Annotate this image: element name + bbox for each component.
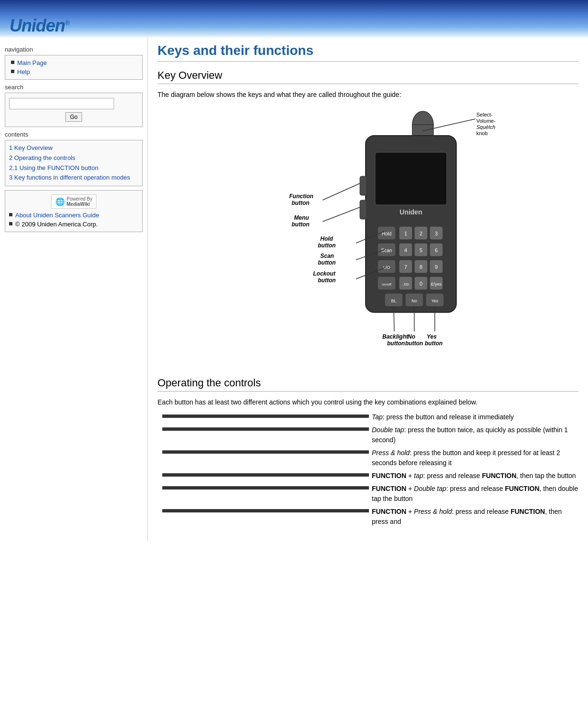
svg-text:Backlight: Backlight <box>382 333 409 340</box>
svg-text:No: No <box>408 333 415 340</box>
svg-text:Function: Function <box>289 193 314 200</box>
svg-text:Select-: Select- <box>476 112 493 117</box>
list-item-tap: Tap: press the button and release it imm… <box>162 412 578 422</box>
list-item-double-tap: Double tap: press the button twice, as q… <box>162 425 578 445</box>
section-key-overview-title: Key Overview <box>158 69 578 84</box>
svg-line-50 <box>323 183 360 200</box>
svg-text:button: button <box>318 242 336 249</box>
nav-link-main-page[interactable]: Main Page <box>17 59 47 66</box>
list-item-function-press-hold: FUNCTION + Press & hold: press and relea… <box>162 507 578 527</box>
svg-rect-3 <box>375 152 447 205</box>
footer-link-about[interactable]: About Uniden Scanners Guide <box>15 212 99 219</box>
svg-text:Hold: Hold <box>320 235 333 242</box>
list-item-function-tap-text: FUNCTION + tap: press and release FUNCTI… <box>372 471 578 481</box>
logo-text: Uniden <box>10 16 65 35</box>
navigation-title: navigation <box>5 46 143 53</box>
search-box: Go <box>5 93 143 127</box>
nav-link-help[interactable]: Help <box>17 68 30 75</box>
contents-box: 1 Key Overview 2 Operating the controls … <box>5 140 143 186</box>
svg-text:button: button <box>318 259 336 266</box>
list-item-press-hold-text: Press & hold: press the button and keep … <box>372 448 578 468</box>
svg-text:2: 2 <box>420 231 422 236</box>
navigation-box: Main Page Help <box>5 55 143 80</box>
svg-text:No: No <box>411 298 417 303</box>
footer-item-copyright: © 2009 Uniden America Corp. <box>9 221 138 228</box>
list-item-press-hold: Press & hold: press the button and keep … <box>162 448 578 468</box>
page-title: Keys and their functions <box>158 43 578 62</box>
svg-text:Scan: Scan <box>320 253 334 259</box>
controls-list: Tap: press the button and release it imm… <box>158 412 578 527</box>
svg-text:on/off: on/off <box>382 282 392 287</box>
svg-text:4: 4 <box>404 247 407 253</box>
bullet-icon <box>11 70 14 73</box>
svg-text:Volume-: Volume- <box>476 118 496 124</box>
list-item-function-tap: FUNCTION + tap: press and release FUNCTI… <box>162 471 578 481</box>
bullet-icon <box>162 509 369 512</box>
device-diagram: Uniden Hold 1 2 3 Scan 4 5 6 <box>158 105 578 372</box>
main-layout: navigation Main Page Help search Go c <box>0 38 588 541</box>
uniden-logo: Uniden® <box>10 16 69 36</box>
svg-line-65 <box>394 307 394 331</box>
bullet-icon <box>162 415 369 418</box>
svg-rect-44 <box>360 200 367 219</box>
svg-text:button: button <box>405 340 423 347</box>
svg-text:7: 7 <box>404 264 407 270</box>
svg-text:button: button <box>292 221 309 228</box>
svg-text:Squélch: Squélch <box>476 124 495 130</box>
search-go-button[interactable]: Go <box>65 112 82 122</box>
svg-text:button: button <box>318 277 336 284</box>
svg-rect-43 <box>360 176 367 195</box>
toc-item-3[interactable]: 3 Key functions in different operation m… <box>9 173 138 183</box>
mediawiki-badge: 🌐 Powered ByMediaWiki <box>51 194 97 209</box>
search-title: search <box>5 84 143 91</box>
svg-text:button: button <box>292 200 309 206</box>
device-svg: Uniden Hold 1 2 3 Scan 4 5 6 <box>218 105 518 372</box>
toc-item-2[interactable]: 2 Operating the controls <box>9 153 138 163</box>
svg-text:Yes: Yes <box>431 298 439 303</box>
nav-item-main-page: Main Page <box>11 58 138 67</box>
svg-text:button: button <box>387 340 405 347</box>
bullet-icon <box>11 61 14 64</box>
svg-text:Menu: Menu <box>294 214 309 221</box>
svg-text:5: 5 <box>420 247 422 253</box>
svg-text:9: 9 <box>435 264 438 270</box>
powered-by-label: Powered ByMediaWiki <box>67 196 93 207</box>
bullet-icon <box>162 450 369 454</box>
svg-text:8: 8 <box>420 264 422 270</box>
svg-text:6: 6 <box>435 247 438 253</box>
bullet-icon <box>162 486 369 490</box>
bullet-icon <box>162 427 369 431</box>
svg-text:3: 3 <box>435 231 438 236</box>
section1-intro: The diagram below shows the keys and wha… <box>158 90 578 100</box>
contents-title: contents <box>5 131 143 138</box>
svg-text:Yes: Yes <box>427 333 437 340</box>
svg-text:BL: BL <box>391 298 396 303</box>
list-item-function-double-tap-text: FUNCTION + Double tap: press and release… <box>372 484 578 504</box>
powered-logo: 🌐 Powered ByMediaWiki <box>9 194 138 209</box>
logo-sup: ® <box>65 19 69 27</box>
list-item-double-tap-text: Double tap: press the button twice, as q… <box>372 425 578 445</box>
svg-text:Uniden: Uniden <box>399 208 422 216</box>
bullet-icon <box>9 213 12 216</box>
toc-item-1[interactable]: 1 Key Overview <box>9 143 138 153</box>
svg-text:.no: .no <box>403 282 409 287</box>
section2-intro: Each button has at least two different a… <box>158 397 578 407</box>
svg-text:Lockout: Lockout <box>313 270 336 277</box>
sidebar: navigation Main Page Help search Go c <box>0 38 148 541</box>
main-content: Keys and their functions Key Overview Th… <box>148 38 588 541</box>
powered-box: 🌐 Powered ByMediaWiki About Uniden Scann… <box>5 190 143 232</box>
list-item-function-double-tap: FUNCTION + Double tap: press and release… <box>162 484 578 504</box>
footer-item-about: About Uniden Scanners Guide <box>9 212 138 219</box>
search-input[interactable] <box>9 98 114 109</box>
footer-copyright: © 2009 Uniden America Corp. <box>15 221 98 228</box>
section-operating-title: Operating the controls <box>158 377 578 392</box>
svg-text:E/yes: E/yes <box>431 282 442 287</box>
header-banner: Uniden® <box>0 0 588 38</box>
search-form: Go <box>9 96 138 124</box>
toc-item-2-1[interactable]: 2.1 Using the FUNCTION button <box>9 163 138 173</box>
list-item-function-press-hold-text: FUNCTION + Press & hold: press and relea… <box>372 507 578 527</box>
svg-text:button: button <box>425 340 442 347</box>
svg-text:0: 0 <box>420 281 422 287</box>
nav-item-help: Help <box>11 67 138 76</box>
svg-line-53 <box>323 207 360 222</box>
